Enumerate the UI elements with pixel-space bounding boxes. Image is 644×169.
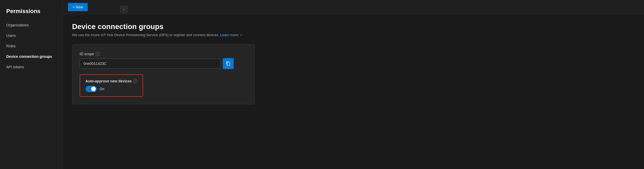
sidebar-item-label: Device connection groups [6,54,52,59]
new-button[interactable]: + New [68,3,88,11]
learn-more-link[interactable]: Learn more ↗ [220,33,242,37]
toggle-track [85,86,97,92]
copy-icon [226,61,231,66]
sidebar-item-users[interactable]: Users [0,30,62,41]
auto-approve-label: Auto-approve new devices i [85,79,137,83]
toggle-status-label: On [99,87,104,91]
sidebar-item-api-tokens[interactable]: API tokens [0,62,62,72]
settings-card: ID scope i Auto-approve new devices i [72,44,255,104]
sidebar-nav: Organizations Users Roles Device connect… [0,20,62,72]
page-title: Device connection groups [72,22,635,31]
sidebar-item-label: Organizations [6,23,29,27]
sidebar-item-organizations[interactable]: Organizations [0,20,62,30]
id-scope-input[interactable] [80,59,221,69]
sidebar-item-roles[interactable]: Roles [0,41,62,51]
sidebar-item-device-connection-groups[interactable]: Device connection groups [0,51,62,62]
content-area: Device connection groups We use the Azur… [63,14,644,113]
sidebar-item-label: Users [6,33,16,38]
auto-approve-box: Auto-approve new devices i On [80,74,143,97]
sidebar: Permissions Organizations Users Roles De… [0,0,63,169]
toolbar: + New [63,0,644,14]
chevron-left-icon: ‹ [123,7,125,12]
sidebar-collapse-button[interactable]: ‹ [120,6,127,13]
main-content: + New Device connection groups We use th… [63,0,644,169]
id-scope-info-icon[interactable]: i [96,52,100,56]
auto-approve-toggle[interactable] [85,86,97,92]
toggle-row: On [85,86,137,92]
copy-button[interactable] [223,58,234,69]
page-subtitle: We use the Azure IoT Hub Device Provisio… [72,33,635,37]
id-scope-row [80,58,247,69]
sidebar-title: Permissions [0,5,62,20]
id-scope-label: ID scope i [80,52,247,56]
auto-approve-info-icon[interactable]: i [133,79,137,83]
subtitle-text: We use the Azure IoT Hub Device Provisio… [72,33,219,37]
toggle-thumb [91,87,96,91]
sidebar-item-label: API tokens [6,65,24,69]
external-link-icon: ↗ [240,33,242,37]
sidebar-item-label: Roles [6,44,16,48]
